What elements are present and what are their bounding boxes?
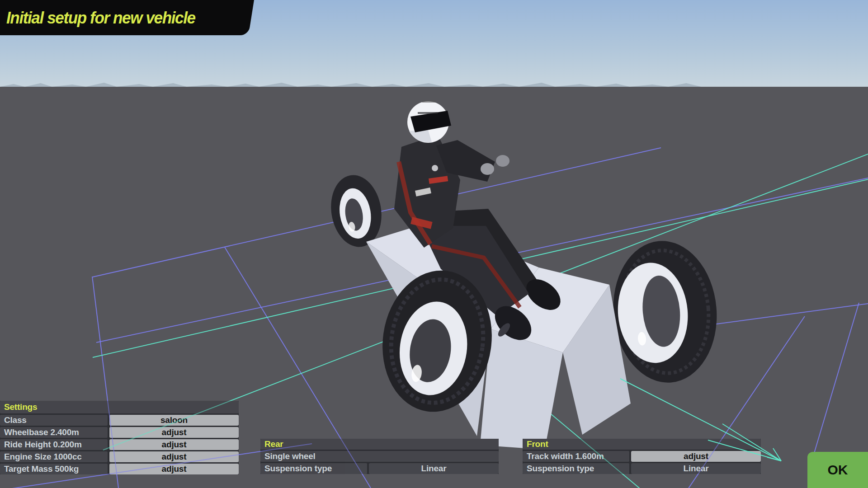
front-suspension-label: Suspension type <box>523 463 629 474</box>
front-panel-header: Front <box>523 439 761 450</box>
settings-panel: Settings Class saloon Wheelbase 2.400m a… <box>0 401 239 474</box>
rear-wheel-mode-row: Single wheel <box>260 451 499 462</box>
setting-row-wheelbase: Wheelbase 2.400m adjust <box>0 427 239 438</box>
front-panel: Front Track width 1.600m adjust Suspensi… <box>523 439 761 474</box>
setting-row-target-mass: Target Mass 500kg adjust <box>0 464 239 474</box>
ok-button[interactable]: OK <box>807 452 868 488</box>
front-suspension-row: Suspension type Linear <box>523 463 761 474</box>
page-title: Initial setup for new vehicle <box>6 0 195 35</box>
setting-row-ride-height: Ride Height 0.200m adjust <box>0 439 239 450</box>
wheelbase-adjust-button[interactable]: adjust <box>109 427 239 438</box>
driver-glove <box>481 163 494 175</box>
wheelbase-label: Wheelbase 2.400m <box>0 427 108 438</box>
setting-row-class: Class saloon <box>0 415 239 426</box>
track-width-adjust-button[interactable]: adjust <box>631 451 761 462</box>
rear-panel-header: Rear <box>260 439 499 450</box>
ride-height-label: Ride Height 0.200m <box>0 439 108 450</box>
target-mass-adjust-button[interactable]: adjust <box>109 464 239 474</box>
rear-suspension-label: Suspension type <box>260 463 367 474</box>
driver-glove <box>496 155 509 167</box>
class-label: Class <box>0 415 108 426</box>
front-track-width-row: Track width 1.600m adjust <box>523 451 761 462</box>
class-value-button[interactable]: saloon <box>109 415 239 426</box>
rear-panel: Rear Single wheel Suspension type Linear <box>260 439 499 474</box>
track-width-label: Track width 1.600m <box>523 451 629 462</box>
target-mass-label: Target Mass 500kg <box>0 464 108 474</box>
ride-height-adjust-button[interactable]: adjust <box>109 439 239 450</box>
rear-single-wheel-button[interactable]: Single wheel <box>260 451 499 462</box>
engine-size-adjust-button[interactable]: adjust <box>109 451 239 462</box>
settings-panel-header: Settings <box>0 401 239 413</box>
engine-size-label: Engine Size 1000cc <box>0 451 108 462</box>
rear-suspension-type-button[interactable]: Linear <box>369 463 499 474</box>
vehicle-editor-screen: Settings Class saloon Wheelbase 2.400m a… <box>0 0 868 488</box>
setting-row-engine-size: Engine Size 1000cc adjust <box>0 451 239 462</box>
rear-suspension-row: Suspension type Linear <box>260 463 499 474</box>
front-suspension-type-button[interactable]: Linear <box>631 463 761 474</box>
